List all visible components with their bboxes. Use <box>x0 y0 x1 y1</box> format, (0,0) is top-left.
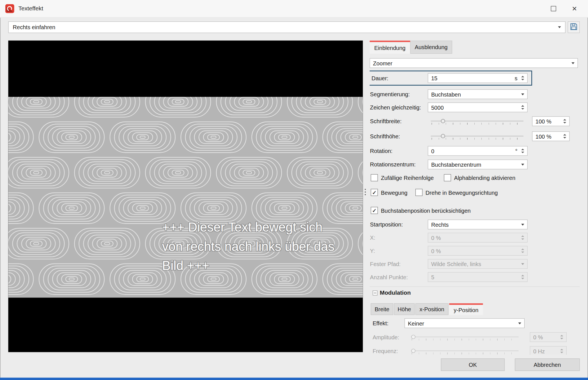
dauer-spinbox[interactable]: 15 s <box>428 73 528 83</box>
startposition-row: Startposition: Rechts <box>370 219 580 229</box>
modtab-breite[interactable]: Breite <box>371 303 393 315</box>
spinner-arrows[interactable] <box>563 134 566 139</box>
rotation-row: Rotation: 0 ° <box>370 146 580 156</box>
schrifthoehe-slider[interactable] <box>431 131 523 141</box>
slider-thumb <box>411 335 415 339</box>
alphablending-label: Alphablending aktivieren <box>454 175 515 181</box>
frequenz-spinbox-disabled: 0 Hz <box>530 346 567 355</box>
spinner-arrows <box>521 235 524 240</box>
window-title: Texteffekt <box>19 5 43 12</box>
spinner-arrows[interactable] <box>521 149 524 153</box>
x-spinbox-disabled: 0 % <box>428 233 528 242</box>
tab-ausblendung[interactable]: Ausblendung <box>410 40 452 54</box>
spinner-arrows[interactable] <box>521 105 524 110</box>
collapse-icon[interactable] <box>373 290 377 295</box>
panel-splitter-handle[interactable] <box>365 189 366 195</box>
window-controls: ✕ <box>543 0 585 17</box>
zufaellige-reihenfolge-checkbox[interactable] <box>371 174 378 181</box>
effekt-label: Effekt: <box>373 320 389 326</box>
save-preset-button[interactable] <box>568 21 580 33</box>
zeichen-spinbox[interactable]: 5000 <box>428 102 528 112</box>
anzahl-punkte-spinbox-disabled: 5 <box>428 272 528 282</box>
startposition-dropdown[interactable]: Rechts <box>428 219 528 229</box>
schriftbreite-spinbox[interactable]: 100 % <box>532 116 570 126</box>
caption-line: von rechts nach links über das <box>162 237 334 256</box>
modulation-separator <box>370 287 580 287</box>
rotation-label: Rotation: <box>370 148 392 154</box>
drehe-checkbox[interactable] <box>415 189 422 196</box>
close-icon: ✕ <box>572 5 577 12</box>
cancel-button[interactable]: Abbrechen <box>515 358 580 371</box>
preset-value: Rechts einfahren <box>13 24 55 31</box>
chevron-down-icon <box>521 224 524 226</box>
ok-button-label: OK <box>469 361 477 368</box>
cancel-button-label: Abbrechen <box>534 361 561 368</box>
startposition-label: Startposition: <box>370 221 403 228</box>
preset-dropdown[interactable]: Rechts einfahren <box>8 21 565 33</box>
effect-dropdown[interactable]: Zoomer <box>370 58 578 68</box>
y-row: Y: 0 % <box>370 246 580 256</box>
maximize-button[interactable] <box>543 0 564 17</box>
alphablending-checkbox[interactable] <box>444 174 451 181</box>
x-label: X: <box>370 234 375 241</box>
slider-thumb <box>411 349 415 353</box>
checkbox-row-3: ✓ Buchstabenposition berücksichtigen <box>370 206 580 216</box>
fester-pfad-label: Fester Pfad: <box>370 261 401 267</box>
chevron-down-icon <box>518 322 521 324</box>
segmentierung-dropdown[interactable]: Buchstaben <box>428 89 528 99</box>
rotation-spinbox[interactable]: 0 ° <box>428 146 528 156</box>
checkbox-row-1: Zufällige Reihenfolge Alphablending akti… <box>370 173 580 183</box>
caption-line: Bild +++ <box>162 256 334 275</box>
modulation-title: Modulation <box>380 289 411 296</box>
bewegung-label: Bewegung <box>381 189 408 196</box>
x-row: X: 0 % <box>370 233 580 242</box>
fester-pfad-dropdown-disabled: Wilde Schleife, links <box>428 259 528 269</box>
scale-wrapper: Texteffekt ✕ Rechts einfahren <box>0 0 588 380</box>
chevron-down-icon <box>521 93 524 95</box>
modtab-label: Breite <box>375 306 389 312</box>
frequenz-label: Frequenz: <box>373 348 398 354</box>
anzahl-punkte-label: Anzahl Punkte: <box>370 274 408 280</box>
tab-label: Einblendung <box>374 45 406 51</box>
chevron-down-icon <box>558 26 561 28</box>
spinner-arrows <box>560 335 563 339</box>
effekt-dropdown[interactable]: Keiner <box>405 318 525 328</box>
effect-dropdown-value: Zoomer <box>373 60 392 66</box>
tab-einblendung[interactable]: Einblendung <box>370 40 410 54</box>
dauer-row-highlighted: Dauer: 15 s <box>370 70 532 86</box>
app-logo-icon <box>5 4 14 13</box>
preview-caption: +++ Dieser Text bewegt sich von rechts n… <box>162 218 334 275</box>
dauer-value: 15 <box>431 75 437 81</box>
schriftbreite-slider[interactable] <box>431 116 523 126</box>
chevron-down-icon <box>521 164 524 166</box>
modtab-hoehe[interactable]: Höhe <box>394 303 415 315</box>
effect-select-row: Zoomer <box>370 58 580 68</box>
spinner-arrows <box>521 275 524 279</box>
titlebar: Texteffekt ✕ <box>0 0 588 18</box>
modtab-x-position[interactable]: x-Position <box>415 303 449 315</box>
segmentierung-row: Segmentierung: Buchstaben <box>370 89 580 99</box>
texteffekt-dialog: Texteffekt ✕ Rechts einfahren <box>0 0 588 380</box>
modtab-label: x-Position <box>420 306 444 312</box>
modtab-y-position[interactable]: y-Position <box>449 303 483 315</box>
schrifthoehe-label: Schrifthöhe: <box>370 133 400 139</box>
buchstabenposition-checkbox[interactable]: ✓ <box>371 207 378 214</box>
zufaellige-reihenfolge-label: Zufällige Reihenfolge <box>381 175 434 181</box>
effect-preview: +++ Dieser Text bewegt sich von rechts n… <box>8 40 363 352</box>
rotation-unit: ° <box>515 148 518 154</box>
bottom-window-edge <box>0 378 588 380</box>
anzahl-punkte-row: Anzahl Punkte: 5 <box>370 272 580 282</box>
zeichen-label: Zeichen gleichzeitig: <box>370 104 421 111</box>
dauer-unit: s <box>515 75 518 81</box>
bewegung-checkbox[interactable]: ✓ <box>371 189 378 196</box>
rotationszentrum-row: Rotationszentrum: Buchstabenzentrum <box>370 159 580 169</box>
spinner-arrows[interactable] <box>521 76 524 80</box>
close-button[interactable]: ✕ <box>564 0 585 17</box>
chevron-down-icon <box>521 263 524 265</box>
ok-button[interactable]: OK <box>441 358 505 371</box>
spinner-arrows[interactable] <box>563 119 566 123</box>
rotationszentrum-label: Rotationszentrum: <box>370 161 416 168</box>
amplitude-label: Amplitude: <box>373 334 399 340</box>
schrifthoehe-spinbox[interactable]: 100 % <box>532 131 570 141</box>
rotationszentrum-dropdown[interactable]: Buchstabenzentrum <box>428 159 528 169</box>
